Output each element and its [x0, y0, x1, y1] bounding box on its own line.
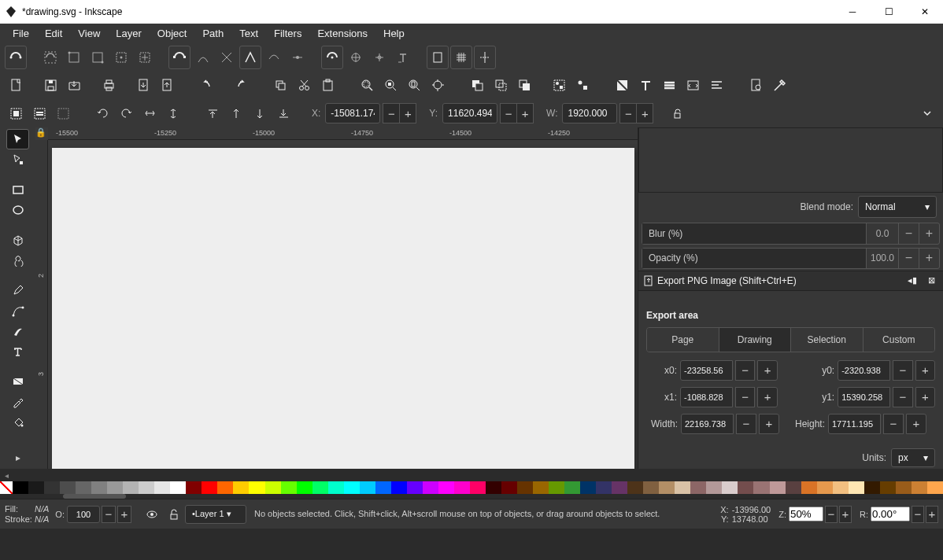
rect-tool[interactable] [6, 179, 29, 200]
panel-collapse-icon[interactable]: ◂▮ [905, 274, 919, 288]
flip-h-icon[interactable] [139, 102, 161, 124]
fill-stroke-icon[interactable] [611, 74, 633, 96]
swatch[interactable] [817, 481, 833, 494]
opacity-label[interactable]: Opacity (%) [642, 249, 867, 268]
swatch[interactable] [706, 481, 722, 494]
zoom-drawing-icon[interactable] [379, 74, 401, 96]
ruler-lock-icon[interactable]: 🔒 [35, 127, 46, 138]
selector-tool[interactable] [6, 129, 29, 149]
layer-select[interactable]: •Layer 1 ▾ [185, 505, 246, 524]
snap-bbox-corner-icon[interactable] [87, 46, 109, 68]
rot-input[interactable] [871, 507, 910, 521]
dropper-tool[interactable] [6, 392, 29, 412]
swatch[interactable] [627, 481, 643, 494]
swatch[interactable] [722, 481, 738, 494]
swatch[interactable] [438, 481, 454, 494]
blur-plus-button[interactable]: + [919, 223, 939, 243]
swatch[interactable] [880, 481, 896, 494]
x1-plus-button[interactable]: + [757, 387, 777, 407]
paintbucket-tool[interactable] [6, 412, 29, 433]
swatch[interactable] [76, 481, 91, 494]
lock-toggle-icon[interactable] [163, 503, 185, 525]
swatch[interactable] [753, 481, 769, 494]
text-dialog-icon[interactable] [634, 74, 656, 96]
y-input[interactable] [442, 103, 497, 123]
snap-text-icon[interactable] [392, 46, 414, 68]
x0-minus-button[interactable]: − [735, 360, 755, 381]
import-icon[interactable] [132, 74, 154, 96]
swatch[interactable] [123, 481, 139, 494]
y-plus-button[interactable]: + [516, 103, 534, 123]
swatch[interactable] [217, 481, 233, 494]
swatch[interactable] [407, 481, 423, 494]
swatch[interactable] [801, 481, 817, 494]
menu-path[interactable]: Path [194, 25, 231, 42]
snap-page-icon[interactable] [427, 46, 449, 69]
snap-bbox-center-icon[interactable] [134, 46, 156, 68]
snap-guide-icon[interactable] [474, 46, 496, 69]
y1-input[interactable] [838, 387, 890, 407]
export-icon[interactable] [156, 74, 178, 96]
swatch[interactable] [738, 481, 753, 494]
ellipse-tool[interactable] [6, 200, 29, 220]
swatch[interactable] [202, 481, 217, 494]
swatch[interactable] [139, 481, 154, 494]
rotate-cw-icon[interactable] [115, 102, 137, 124]
zoom-page-icon[interactable] [403, 74, 425, 96]
zoom-minus-button[interactable]: − [825, 506, 838, 523]
redo-icon[interactable] [230, 74, 252, 96]
text-tool[interactable] [6, 341, 29, 362]
clone-icon[interactable] [490, 74, 512, 96]
deselect-icon[interactable] [52, 102, 74, 124]
y-minus-button[interactable]: − [500, 103, 517, 123]
cut-icon[interactable] [293, 74, 315, 96]
lower-icon[interactable] [249, 102, 271, 124]
horizontal-ruler[interactable]: -15500 -15250 -15000 -14750 -14500 -1425… [48, 127, 638, 140]
snap-nodes-icon[interactable] [168, 46, 190, 69]
o-input[interactable] [67, 506, 100, 523]
undo-icon[interactable] [195, 74, 217, 96]
raise-icon[interactable] [225, 102, 247, 124]
swatch[interactable] [423, 481, 438, 494]
swatch[interactable] [170, 481, 186, 494]
snap-midpoint-icon[interactable] [287, 46, 309, 68]
doc-props-icon[interactable] [745, 74, 767, 96]
snap-bbox-midpoint-icon[interactable] [110, 46, 132, 68]
x0-input[interactable] [680, 360, 733, 381]
x1-input[interactable] [680, 387, 733, 407]
x-input[interactable] [325, 103, 380, 123]
snap-rotation-icon[interactable] [368, 46, 390, 68]
height-input[interactable] [828, 414, 881, 434]
swatch[interactable] [501, 481, 517, 494]
raise-top-icon[interactable] [202, 102, 224, 124]
height-plus-button[interactable]: + [906, 414, 926, 434]
swatch[interactable] [281, 481, 297, 494]
w-plus-button[interactable]: + [636, 103, 653, 123]
select-all-icon[interactable] [5, 102, 27, 124]
swatch[interactable] [454, 481, 470, 494]
swatch[interactable] [486, 481, 501, 494]
paste-icon[interactable] [316, 74, 338, 96]
menu-edit[interactable]: Edit [37, 25, 70, 42]
minimize-button[interactable]: ─ [834, 0, 871, 24]
y0-input[interactable] [838, 360, 890, 381]
swatch[interactable] [896, 481, 912, 494]
snap-path-icon[interactable] [192, 46, 214, 68]
swatch[interactable] [360, 481, 375, 494]
o-plus-button[interactable]: + [117, 506, 131, 523]
swatch[interactable] [233, 481, 249, 494]
snap-cusp-icon[interactable] [239, 46, 261, 69]
x0-plus-button[interactable]: + [757, 360, 777, 381]
swatch[interactable] [517, 481, 533, 494]
menu-object[interactable]: Object [150, 25, 195, 42]
opacity-plus-button[interactable]: + [919, 249, 939, 268]
gradient-tool[interactable] [6, 371, 29, 392]
swatch[interactable] [927, 481, 943, 494]
zoom-selection-icon[interactable] [356, 74, 378, 96]
new-doc-icon[interactable] [5, 74, 27, 96]
flip-v-icon[interactable] [162, 102, 184, 124]
blur-label[interactable]: Blur (%) [642, 223, 867, 243]
box3d-tool[interactable] [6, 230, 29, 250]
canvas-hscroll[interactable]: ◂ [0, 469, 943, 481]
swatch[interactable] [60, 481, 76, 494]
